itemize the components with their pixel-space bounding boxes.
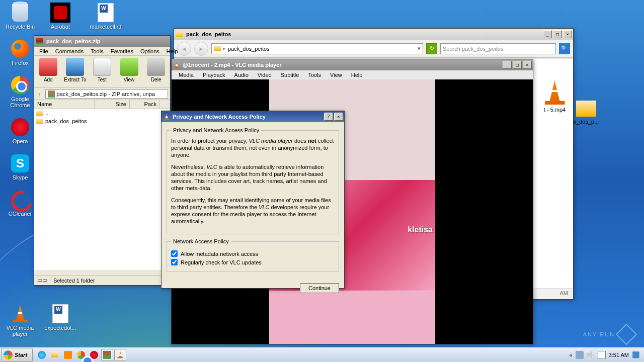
menu-tools[interactable]: Tools: [88, 48, 107, 54]
tray-flag-icon[interactable]: [598, 351, 606, 359]
media-icon: [64, 351, 72, 359]
toolbar-test[interactable]: Test: [90, 58, 114, 85]
video-watermark: kletisa: [408, 225, 433, 234]
winrar-icon: [103, 351, 111, 359]
desktop-icon-recycle-bin[interactable]: Recycle Bin: [3, 3, 38, 30]
list-body: .. pack_dos_peitos: [34, 109, 170, 270]
path-field[interactable]: pack_dos_peitos.zip - ZIP archive, unpa: [45, 89, 169, 99]
maximize-button[interactable]: □: [553, 30, 562, 38]
taskbar-explorer[interactable]: [49, 349, 61, 361]
minimize-button[interactable]: _: [503, 61, 512, 69]
privacy-title: Privacy and Network Access Policy: [172, 114, 324, 120]
vlc-icon: [545, 80, 565, 105]
checkbox-metadata[interactable]: Allow metadata network access: [171, 250, 335, 257]
menu-file[interactable]: File: [36, 48, 51, 54]
file-item-mp4[interactable]: t - 5.mp4: [536, 80, 574, 113]
menu-media[interactable]: Media: [175, 71, 198, 79]
up-button[interactable]: ↑: [36, 91, 43, 97]
taskbar-vlc[interactable]: [114, 349, 126, 361]
col-name[interactable]: Name: [34, 100, 95, 109]
chrome-icon: [11, 76, 29, 94]
checkbox-label: Regularly check for VLC updates: [181, 259, 262, 265]
winrar-titlebar[interactable]: pack_dos_peitos.zip: [34, 36, 170, 47]
menu-tools[interactable]: Tools: [304, 71, 325, 79]
taskbar-chrome[interactable]: [75, 349, 87, 361]
updates-checkbox[interactable]: [171, 259, 178, 265]
minimize-button[interactable]: _: [543, 30, 552, 38]
status-text: Selected 1 folder: [53, 278, 95, 284]
desktop-icon-chrome[interactable]: Google Chrome: [3, 75, 38, 108]
group-title: Network Access Policy: [171, 238, 231, 244]
acrobat-icon: [50, 3, 70, 23]
desktop-icon-acrobat[interactable]: Acrobat: [43, 3, 78, 30]
tray-volume-icon[interactable]: [587, 351, 595, 359]
clock[interactable]: 3:51 AM: [609, 352, 629, 358]
menu-help[interactable]: Help: [347, 71, 367, 79]
address-bar[interactable]: ▸ pack_dos_peitos ▾: [211, 43, 423, 54]
toolbar-extract[interactable]: Extract To: [63, 58, 88, 85]
vlc-title: @1nocent - 2.mp4 - VLC media player: [182, 62, 503, 68]
toolbar-view[interactable]: View: [117, 58, 141, 85]
metadata-checkbox[interactable]: [171, 250, 178, 257]
taskbar: Start « 3:51 AM: [0, 347, 644, 362]
search-placeholder: Search pack_dos_peitos: [443, 46, 503, 52]
menu-commands[interactable]: Commands: [52, 48, 87, 54]
word-doc-icon: [98, 3, 114, 22]
desktop-icon-vlc[interactable]: VLC media player: [3, 304, 38, 337]
taskbar-media[interactable]: [62, 349, 74, 361]
tray-expand[interactable]: «: [570, 352, 573, 358]
recycle-bin-icon: [12, 4, 28, 22]
vlc-titlebar[interactable]: @1nocent - 2.mp4 - VLC media player _ □ …: [172, 59, 533, 70]
winrar-title: pack_dos_peitos.zip: [45, 38, 169, 44]
menu-audio[interactable]: Audio: [230, 71, 253, 79]
list-row-parent[interactable]: ..: [34, 109, 170, 117]
list-row-folder[interactable]: pack_dos_peitos: [34, 117, 170, 125]
menu-favorites[interactable]: Favorites: [108, 48, 136, 54]
winrar-window[interactable]: pack_dos_peitos.zip File Commands Tools …: [34, 35, 171, 286]
search-button[interactable]: 🔍: [559, 43, 570, 54]
explorer-titlebar[interactable]: pack_dos_peitos _ □ ×: [174, 29, 573, 40]
taskbar-winrar[interactable]: [101, 349, 113, 361]
menu-playback[interactable]: Playback: [199, 71, 229, 79]
close-button[interactable]: ×: [523, 61, 532, 69]
refresh-button[interactable]: ↻: [426, 43, 437, 54]
folder-icon: [576, 101, 596, 117]
file-item-folder[interactable]: k_dos_p...: [574, 101, 599, 125]
show-desktop[interactable]: [632, 351, 640, 359]
toolbar-delete[interactable]: Dele: [144, 58, 168, 85]
anyrun-icon: [616, 324, 637, 345]
col-size[interactable]: Size: [95, 100, 130, 109]
group-title: Privacy and Network Access Policy: [171, 127, 261, 133]
taskbar-ie[interactable]: [36, 349, 48, 361]
privacy-dialog[interactable]: Privacy and Network Access Policy ? × Pr…: [161, 111, 345, 289]
icon-label: Skype: [13, 174, 28, 180]
search-input[interactable]: Search pack_dos_peitos: [440, 43, 556, 54]
delete-icon: [147, 58, 165, 76]
checkbox-updates[interactable]: Regularly check for VLC updates: [171, 259, 335, 265]
help-button[interactable]: ?: [324, 113, 333, 121]
tray-shield-icon[interactable]: [576, 351, 584, 359]
detail-date: AM: [560, 290, 569, 296]
close-button[interactable]: ×: [563, 30, 572, 38]
vlc-icon: [174, 61, 180, 68]
desktop-icon-skype[interactable]: S Skype: [3, 153, 38, 180]
menu-video[interactable]: Video: [254, 71, 276, 79]
start-button[interactable]: Start: [1, 348, 33, 362]
close-button[interactable]: ×: [334, 113, 343, 121]
col-packed[interactable]: Pack: [130, 100, 160, 109]
desktop-icon-firefox[interactable]: Firefox: [3, 39, 38, 66]
toolbar-add[interactable]: Add: [36, 58, 60, 85]
video-bottom: [269, 291, 435, 344]
menu-help[interactable]: Help: [164, 48, 181, 54]
desktop-icon-ccleaner[interactable]: CCleaner: [3, 190, 38, 217]
desktop-icon-opera[interactable]: Opera: [3, 117, 38, 144]
privacy-titlebar[interactable]: Privacy and Network Access Policy ? ×: [162, 111, 344, 122]
desktop-icon-expectedot[interactable]: expectedot...: [43, 304, 78, 337]
maximize-button[interactable]: □: [513, 61, 522, 69]
forward-button[interactable]: ►: [194, 42, 208, 56]
desktop-icon-marketcell[interactable]: marketcell.rtf: [88, 3, 123, 30]
menu-subtitle[interactable]: Subtitle: [277, 71, 303, 79]
menu-options[interactable]: Options: [137, 48, 163, 54]
menu-view[interactable]: View: [326, 71, 346, 79]
continue-button[interactable]: Continue: [300, 283, 339, 293]
